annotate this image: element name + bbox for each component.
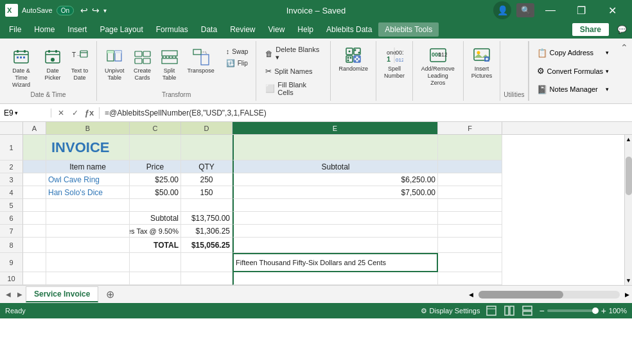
- create-cards-button[interactable]: CreateCards: [130, 46, 155, 83]
- row-header-9[interactable]: 9: [0, 253, 23, 272]
- copy-address-button[interactable]: 📋 Copy Address ▾: [534, 47, 611, 59]
- cell-a7[interactable]: [23, 225, 46, 238]
- menu-insert[interactable]: Insert: [61, 22, 93, 37]
- hscroll-left[interactable]: ◀: [469, 291, 473, 298]
- chat-icon[interactable]: 💬: [614, 22, 629, 37]
- page-layout-view-button[interactable]: [503, 304, 516, 317]
- cell-e5[interactable]: [233, 199, 438, 212]
- tab-scroll-right[interactable]: ▶: [14, 289, 26, 300]
- split-names-button[interactable]: ✂ Split Names: [261, 65, 325, 77]
- cell-c5[interactable]: [130, 199, 181, 212]
- cell-b4[interactable]: Han Solo's Dice: [46, 186, 130, 199]
- cell-f9[interactable]: [438, 253, 502, 272]
- randomize-button[interactable]: Randomize: [335, 44, 372, 74]
- row-header-3[interactable]: 3: [0, 173, 23, 186]
- corner-cell[interactable]: [0, 122, 23, 134]
- add-sheet-button[interactable]: ⊕: [102, 287, 118, 302]
- row-header-2[interactable]: 2: [0, 160, 23, 173]
- cell-b7[interactable]: [46, 225, 130, 238]
- col-header-b[interactable]: B: [46, 122, 130, 134]
- cell-c8[interactable]: TOTAL: [130, 238, 181, 253]
- cell-d7[interactable]: $1,306.25: [181, 225, 233, 238]
- flip-button[interactable]: 🔃 Flip: [222, 58, 252, 69]
- cell-d8[interactable]: $15,056.25: [181, 238, 233, 253]
- cell-d10[interactable]: [181, 272, 233, 285]
- col-header-e[interactable]: E: [233, 122, 438, 134]
- convert-formulas-button[interactable]: ⚙ Convert Formulas ▾: [534, 65, 611, 77]
- cancel-formula-button[interactable]: ✕: [55, 107, 67, 119]
- cell-b6[interactable]: [46, 212, 130, 225]
- cell-a8[interactable]: [23, 238, 46, 253]
- cell-b3[interactable]: Owl Cave Ring: [46, 173, 130, 186]
- cell-d6[interactable]: $13,750.00: [181, 212, 233, 225]
- menu-ablebits-tools[interactable]: Ablebits Tools: [378, 22, 439, 37]
- cell-c4[interactable]: $50.00: [130, 186, 181, 199]
- cell-d4[interactable]: 150: [181, 186, 233, 199]
- row-header-1[interactable]: 1: [0, 135, 23, 160]
- cell-f7[interactable]: [438, 225, 502, 238]
- search-bar-icon[interactable]: 🔍: [516, 3, 534, 17]
- cell-e7[interactable]: [233, 225, 438, 238]
- cell-e6[interactable]: [233, 212, 438, 225]
- zoom-slider[interactable]: [547, 309, 599, 312]
- row-header-10[interactable]: 10: [0, 272, 23, 285]
- cell-e9[interactable]: Fifteen Thousand Fifty-Six Dollars and 2…: [233, 253, 438, 272]
- cell-f6[interactable]: [438, 212, 502, 225]
- scroll-down-arrow[interactable]: ▼: [624, 276, 632, 285]
- cell-a3[interactable]: [23, 173, 46, 186]
- cell-e8[interactable]: [233, 238, 438, 253]
- normal-view-button[interactable]: [485, 304, 498, 317]
- share-button[interactable]: Share: [572, 23, 609, 36]
- fill-blank-cells-button[interactable]: ⬜ Fill Blank Cells: [261, 80, 325, 98]
- horizontal-scrollbar[interactable]: [478, 291, 620, 299]
- menu-file[interactable]: File: [3, 22, 28, 37]
- row-header-6[interactable]: 6: [0, 212, 23, 225]
- menu-data[interactable]: Data: [195, 22, 224, 37]
- cell-f5[interactable]: [438, 199, 502, 212]
- cell-b8[interactable]: [46, 238, 130, 253]
- zoom-out-icon[interactable]: −: [539, 306, 544, 315]
- quick-access-dropdown[interactable]: ▾: [103, 7, 107, 14]
- date-picker-button[interactable]: DatePicker: [40, 46, 66, 83]
- delete-blanks-button[interactable]: 🗑 Delete Blanks ▾: [261, 44, 325, 63]
- col-header-f[interactable]: F: [438, 122, 502, 134]
- cell-d9[interactable]: [181, 253, 233, 272]
- cell-reference-box[interactable]: E9 ▾: [0, 108, 51, 117]
- insert-function-button[interactable]: ƒx: [83, 107, 95, 119]
- formula-bar-input[interactable]: =@AblebitsSpellNumber(E8,"USD",3,1,FALSE…: [100, 108, 632, 117]
- autosave-toggle[interactable]: On: [57, 6, 74, 15]
- cell-d5[interactable]: [181, 199, 233, 212]
- add-remove-leading-zeros-button[interactable]: 001 012 Add/RemoveLeading Zeros: [417, 44, 459, 88]
- undo-icon[interactable]: ↩: [80, 5, 88, 15]
- insert-pictures-button[interactable]: InsertPictures: [468, 44, 496, 82]
- cell-a5[interactable]: [23, 199, 46, 212]
- col-header-c[interactable]: C: [130, 122, 181, 134]
- cell-d2[interactable]: QTY: [181, 160, 233, 173]
- cell-c10[interactable]: [130, 272, 181, 285]
- cell-f8[interactable]: [438, 238, 502, 253]
- zoom-in-icon[interactable]: +: [601, 306, 606, 315]
- cell-c7[interactable]: Sales Tax @ 9.50%: [130, 225, 181, 238]
- cell-f4[interactable]: [438, 186, 502, 199]
- date-time-wizard-button[interactable]: Date &Time Wizard: [4, 46, 39, 90]
- close-button[interactable]: ✕: [597, 0, 627, 21]
- cell-b5[interactable]: [46, 199, 130, 212]
- cell-d3[interactable]: 250: [181, 173, 233, 186]
- cell-e3[interactable]: $6,250.00: [233, 173, 438, 186]
- cell-f1[interactable]: [438, 135, 502, 160]
- cell-e1[interactable]: [233, 135, 438, 160]
- scroll-up-arrow[interactable]: ▲: [624, 135, 632, 144]
- row-header-7[interactable]: 7: [0, 225, 23, 238]
- menu-home[interactable]: Home: [28, 22, 61, 37]
- menu-review[interactable]: Review: [224, 22, 261, 37]
- cell-e4[interactable]: $7,500.00: [233, 186, 438, 199]
- unpivot-table-button[interactable]: UnpivotTable: [101, 46, 128, 83]
- redo-icon[interactable]: ↪: [92, 5, 100, 15]
- row-header-5[interactable]: 5: [0, 199, 23, 212]
- cell-a9[interactable]: [23, 253, 46, 272]
- tab-scroll-left[interactable]: ◀: [3, 289, 14, 300]
- cell-e2[interactable]: Subtotal: [233, 160, 438, 173]
- cell-f10[interactable]: [438, 272, 502, 285]
- cell-b2[interactable]: Item name: [46, 160, 130, 173]
- transpose-button[interactable]: Transpose: [184, 46, 218, 76]
